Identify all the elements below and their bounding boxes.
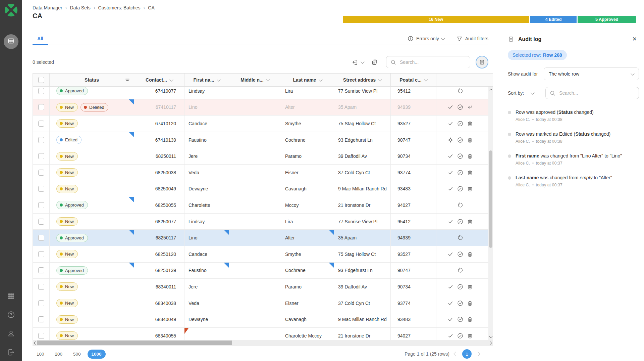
tab-all[interactable]: All: [33, 36, 48, 45]
column-header-last[interactable]: Last name: [281, 74, 334, 86]
circle-check-icon[interactable]: [457, 333, 463, 339]
errors-only-toggle[interactable]: Errors only: [408, 36, 444, 42]
row-checkbox[interactable]: [38, 153, 44, 159]
row-checkbox[interactable]: [38, 333, 44, 339]
prev-page-arrow[interactable]: [453, 352, 458, 356]
row-checkbox[interactable]: [38, 88, 44, 94]
table-row[interactable]: Approved67410077LindsayLira77 Sunrise Vi…: [33, 87, 493, 99]
audit-log-toggle-button[interactable]: [476, 56, 488, 69]
check-icon[interactable]: [447, 300, 453, 306]
sort-direction-chevron-icon[interactable]: [531, 91, 535, 94]
trash-icon[interactable]: [467, 251, 473, 257]
apps-grid-icon[interactable]: [7, 292, 15, 300]
horizontal-scrollbar-thumb[interactable]: [37, 341, 232, 345]
data-tables-nav-button[interactable]: [4, 34, 18, 49]
circle-check-icon[interactable]: [457, 170, 463, 176]
export-button[interactable]: [352, 59, 364, 65]
check-icon[interactable]: [447, 333, 453, 339]
row-checkbox[interactable]: [38, 235, 44, 241]
circle-check-icon[interactable]: [457, 137, 463, 143]
audit-entry[interactable]: Row was marked as Edited (Status changed…: [508, 131, 639, 144]
column-header-postal[interactable]: Postal c...: [391, 74, 436, 86]
scroll-down-arrow[interactable]: [489, 335, 493, 338]
check-icon[interactable]: [447, 121, 453, 127]
check-icon[interactable]: [447, 104, 453, 110]
table-row[interactable]: New68250077LindsayLira77 Sunrise View Pl…: [33, 214, 493, 230]
check-icon[interactable]: [447, 153, 453, 159]
horizontal-scrollbar[interactable]: [33, 340, 493, 346]
copy-rows-icon[interactable]: [371, 59, 378, 65]
table-row[interactable]: New67410120CandaceSmythe75 Stag Hollow C…: [33, 116, 493, 132]
row-checkbox[interactable]: [38, 219, 44, 225]
row-checkbox[interactable]: [38, 316, 44, 322]
table-row[interactable]: New68340055Charolette Mccoy21 Ironstone …: [33, 328, 493, 340]
scroll-up-arrow[interactable]: [489, 89, 493, 92]
column-header-middle[interactable]: Middle n...: [229, 74, 281, 86]
trash-icon[interactable]: [467, 137, 473, 143]
page-size-500[interactable]: 500: [69, 350, 85, 359]
row-checkbox[interactable]: [38, 170, 44, 176]
trash-icon[interactable]: [467, 121, 473, 127]
row-checkbox[interactable]: [38, 202, 44, 208]
row-checkbox[interactable]: [38, 300, 44, 306]
return-icon[interactable]: [467, 104, 473, 110]
undo-icon[interactable]: [457, 235, 463, 241]
page-size-100[interactable]: 100: [33, 350, 48, 359]
row-checkbox[interactable]: [38, 267, 44, 273]
table-row[interactable]: Approved68250139FaustinoCochrane93 Edgeh…: [33, 263, 493, 279]
page-size-200[interactable]: 200: [51, 350, 67, 359]
audit-entry[interactable]: Last name was changed from empty to "Alt…: [508, 175, 639, 187]
table-row[interactable]: New68340011JereParamo39 Daffodil Av90734: [33, 279, 493, 295]
clover-logo[interactable]: [4, 3, 18, 18]
audit-search-input[interactable]: [558, 90, 635, 96]
scroll-left-arrow[interactable]: [34, 342, 37, 345]
row-checkbox[interactable]: [38, 121, 44, 127]
row-checkbox[interactable]: [38, 104, 44, 110]
show-audit-select[interactable]: The whole row: [544, 67, 639, 80]
page-number-button[interactable]: 1: [462, 349, 472, 359]
check-icon[interactable]: [447, 316, 453, 322]
circle-check-icon[interactable]: [457, 121, 463, 127]
close-icon[interactable]: ✕: [630, 35, 639, 43]
scroll-right-arrow[interactable]: [489, 342, 492, 345]
trash-icon[interactable]: [467, 333, 473, 339]
undo-icon[interactable]: [457, 88, 463, 94]
select-all-checkbox[interactable]: [38, 77, 44, 83]
table-row[interactable]: Approved68250117LinoAlter35 Apam94939: [33, 230, 493, 246]
table-row[interactable]: Approved68250055CharoletteMccoy21 Ironst…: [33, 197, 493, 214]
sparkle-icon[interactable]: [447, 137, 453, 143]
circle-check-icon[interactable]: [457, 284, 463, 290]
undo-icon[interactable]: [457, 202, 463, 208]
circle-check-icon[interactable]: [457, 251, 463, 257]
check-icon[interactable]: [447, 219, 453, 225]
audit-filters-button[interactable]: Audit filters: [457, 36, 488, 42]
trash-icon[interactable]: [467, 170, 473, 176]
table-row[interactable]: Edited67410139FaustinoCochrane93 Edgehur…: [33, 132, 493, 148]
row-checkbox[interactable]: [38, 137, 44, 143]
table-row[interactable]: New68340038VedaEisner37 Cold Cyn Ct93774: [33, 295, 493, 312]
column-header-first[interactable]: First na...: [184, 74, 229, 86]
vertical-scrollbar[interactable]: [488, 87, 493, 340]
check-icon[interactable]: [447, 251, 453, 257]
user-icon[interactable]: [7, 329, 15, 337]
trash-icon[interactable]: [467, 316, 473, 322]
circle-check-icon[interactable]: [457, 153, 463, 159]
vertical-scrollbar-thumb[interactable]: [489, 150, 492, 248]
trash-icon[interactable]: [467, 153, 473, 159]
next-page-arrow[interactable]: [476, 352, 480, 356]
help-icon[interactable]: [7, 311, 15, 319]
column-header-street[interactable]: Street address: [334, 74, 391, 86]
table-row[interactable]: New68250120CandaceSmythe75 Stag Hollow C…: [33, 246, 493, 263]
table-search-input[interactable]: [399, 59, 466, 65]
trash-icon[interactable]: [467, 284, 473, 290]
signout-icon[interactable]: [7, 348, 15, 356]
breadcrumb-item[interactable]: Data Sets: [70, 5, 90, 10]
table-row[interactable]: New68250049DewayneCavanagh9 Mac Millan R…: [33, 181, 493, 197]
page-size-1000[interactable]: 1000: [88, 350, 106, 359]
trash-icon[interactable]: [467, 219, 473, 225]
breadcrumb-item[interactable]: Customers: Batches: [98, 5, 141, 10]
table-row[interactable]: NewDeleted67410117LinoAlter35 Apam94939: [33, 99, 493, 116]
column-header-status[interactable]: Status: [50, 74, 134, 86]
audit-entry[interactable]: Row was approved (Status changed)Alice C…: [508, 109, 639, 122]
undo-icon[interactable]: [457, 267, 463, 273]
